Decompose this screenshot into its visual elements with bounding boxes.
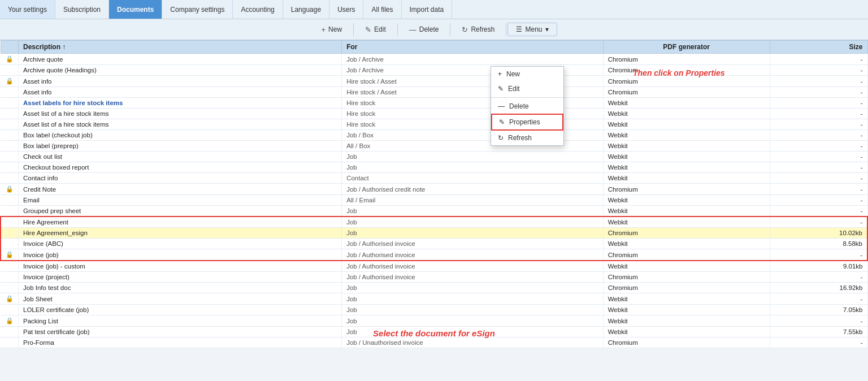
table-row[interactable]: Invoice (ABC)Job / Authorised invoiceWeb… (1, 239, 867, 249)
table-row[interactable]: Archive quote (Headings)Job / ArchiveChr… (1, 65, 867, 76)
menu-icon: ☰ (516, 25, 522, 33)
tab-all-files[interactable]: All files (363, 0, 401, 19)
size-cell: - (770, 337, 867, 348)
for-cell: Job / Unauthorised invoice (342, 337, 604, 348)
tab-company-settings[interactable]: Company settings (162, 0, 233, 19)
lock-cell (1, 130, 19, 141)
table-row[interactable]: Invoice (project)Job / Authorised invoic… (1, 272, 867, 283)
col-header-4: Size (770, 41, 867, 54)
table-row[interactable]: Invoice (job) - customJob / Authorised i… (1, 261, 867, 272)
table-row[interactable]: Asset infoHire stock / AssetChromium- (1, 87, 867, 98)
tab-documents[interactable]: Documents (109, 0, 162, 19)
table-row[interactable]: 🔒Credit NoteJob / Authorised credit note… (1, 184, 867, 195)
description-cell: Hire Agreement (19, 217, 342, 228)
menu-item-properties[interactable]: ✎Properties (491, 114, 563, 131)
table-row[interactable]: 🔒Archive quoteJob / ArchiveChromium- (1, 54, 867, 65)
table-row[interactable]: Asset labels for hire stock itemsHire st… (1, 98, 867, 109)
lock-cell (1, 119, 19, 130)
tab-users[interactable]: Users (329, 0, 363, 19)
dropdown-menu[interactable]: +New✎Edit—Delete✎Properties↻Refresh (491, 66, 564, 146)
table-row[interactable]: Hire Agreement_esignJobChromium10.02kb (1, 228, 867, 239)
description-cell: Checkout boxed report (19, 162, 342, 173)
for-cell: Job (342, 151, 604, 162)
description-cell: Job Info test doc (19, 283, 342, 293)
pdf-generator-cell: Chromium (603, 337, 770, 348)
for-cell: Job / Authorised invoice (342, 239, 604, 249)
lock-cell (1, 217, 19, 228)
table-row[interactable]: Asset list of a hire stock itemsHire sto… (1, 119, 867, 130)
menu-item-new[interactable]: +New (491, 67, 563, 81)
edit-button[interactable]: ✎Edit (355, 23, 396, 36)
table-row[interactable]: Grouped prep sheetJobWebkit- (1, 206, 867, 217)
size-cell: 10.02kb (770, 228, 867, 239)
table-row[interactable]: LOLER certificate (job)JobWebkit7.05kb (1, 305, 867, 315)
description-cell: Box label (preprep) (19, 141, 342, 151)
size-cell: - (770, 195, 867, 206)
size-cell: 7.55kb (770, 327, 867, 337)
size-cell: 7.05kb (770, 305, 867, 315)
table-row[interactable]: Box label (preprep)All / BoxWebkit- (1, 141, 867, 151)
tab-accounting[interactable]: Accounting (233, 0, 283, 19)
tab-language[interactable]: Language (283, 0, 329, 19)
refresh-button[interactable]: ↻Refresh (452, 23, 505, 36)
edit-button-label: Edit (374, 25, 386, 33)
documents-table: Description ↑ForPDF generatorSize 🔒Archi… (0, 40, 868, 348)
toolbar-separator (450, 23, 450, 36)
tab-import-data[interactable]: Import data (402, 0, 453, 19)
menu-item-icon-refresh: ↻ (498, 134, 504, 142)
pdf-generator-cell: Webkit (603, 195, 770, 206)
lock-cell (1, 239, 19, 249)
table-row[interactable]: Asset list of a hire stock itemsHire sto… (1, 109, 867, 119)
menu-item-refresh[interactable]: ↻Refresh (491, 131, 563, 145)
pdf-generator-cell: Chromium (603, 283, 770, 293)
table-row[interactable]: 🔒Invoice (job)Job / Authorised invoiceCh… (1, 249, 867, 261)
table-row[interactable]: 🔒Asset infoHire stock / AssetChromium- (1, 76, 867, 87)
delete-button[interactable]: —Delete (399, 23, 449, 36)
table-row[interactable]: Pro-FormaJob / Unauthorised invoiceChrom… (1, 337, 867, 348)
table-row[interactable]: 🔒Job SheetJobWebkit- (1, 293, 867, 305)
table-row[interactable]: 🔒Packing ListJobWebkit- (1, 315, 867, 327)
table-row[interactable]: Job Info test docJobChromium16.92kb (1, 283, 867, 293)
pdf-generator-cell: Webkit (603, 305, 770, 315)
lock-cell (1, 173, 19, 184)
size-cell: - (770, 87, 867, 98)
table-row[interactable]: EmailAll / EmailWebkit- (1, 195, 867, 206)
table-row[interactable]: Contact infoContactWebkit- (1, 173, 867, 184)
size-cell: - (770, 272, 867, 283)
new-button[interactable]: +New (311, 23, 352, 36)
size-cell: - (770, 249, 867, 261)
lock-cell (1, 228, 19, 239)
for-cell: Contact (342, 173, 604, 184)
menu-item-edit[interactable]: ✎Edit (491, 81, 563, 96)
lock-icon: 🔒 (6, 317, 14, 324)
menu-item-icon-edit: ✎ (498, 85, 504, 93)
tab-subscription[interactable]: Subscription (55, 0, 109, 19)
chevron-down-icon: ▾ (545, 25, 549, 33)
table-row[interactable]: Hire AgreementJobWebkit- (1, 217, 867, 228)
menu-item-delete[interactable]: —Delete (491, 99, 563, 114)
description-cell: Invoice (ABC) (19, 239, 342, 249)
table-row[interactable]: Checkout boxed reportJobWebkit- (1, 162, 867, 173)
size-cell: - (770, 54, 867, 65)
lock-icon: 🔒 (6, 251, 14, 258)
menu-button[interactable]: ☰Menu▾ (507, 23, 557, 36)
for-cell: Job (342, 283, 604, 293)
description-cell: Pat test certificate (job) (19, 327, 342, 337)
lock-cell (1, 141, 19, 151)
description-cell: Pro-Forma (19, 337, 342, 348)
menu-item-icon-properties: ✎ (499, 118, 505, 126)
for-cell: Job / Authorised credit note (342, 184, 604, 195)
lock-cell (1, 261, 19, 272)
table-row[interactable]: Pat test certificate (job)JobWebkit7.55k… (1, 327, 867, 337)
pdf-generator-cell: Chromium (603, 87, 770, 98)
menu-item-icon-delete: — (498, 102, 505, 110)
table-row[interactable]: Check out listJobWebkit- (1, 151, 867, 162)
description-cell: Contact info (19, 173, 342, 184)
table-row[interactable]: Box label (checkout job)Job / BoxWebkit- (1, 130, 867, 141)
menu-item-icon-new: + (498, 70, 502, 78)
tab-your-settings[interactable]: Your settings (0, 0, 55, 19)
toolbar-separator (397, 23, 398, 36)
lock-cell (1, 151, 19, 162)
lock-cell (1, 65, 19, 76)
pdf-generator-cell: Webkit (603, 130, 770, 141)
